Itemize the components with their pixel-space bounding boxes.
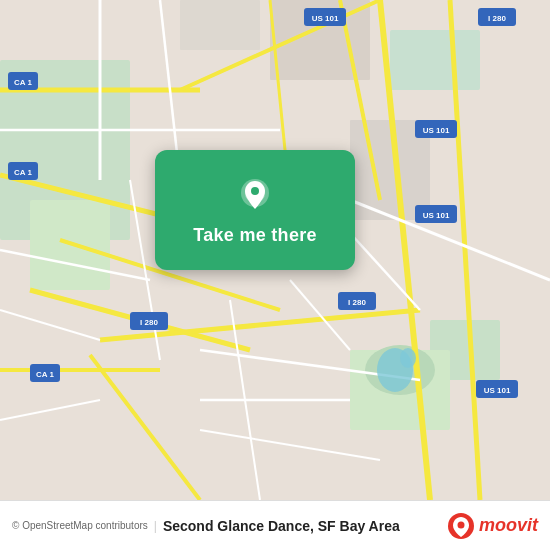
divider: | [154,519,157,533]
location-pin-icon [235,175,275,215]
info-bar: © OpenStreetMap contributors | Second Gl… [0,500,550,550]
svg-point-62 [457,521,464,528]
svg-text:CA 1: CA 1 [14,78,32,87]
svg-text:US 101: US 101 [484,386,511,395]
place-name: Second Glance Dance, SF Bay Area [163,518,400,534]
map-container[interactable]: US 101 I 280 CA 1 CA 1 US 101 US 101 I 2… [0,0,550,500]
svg-rect-3 [390,30,480,90]
moovit-logo: moovit [447,512,538,540]
svg-text:CA 1: CA 1 [14,168,32,177]
svg-text:CA 1: CA 1 [36,370,54,379]
svg-point-57 [400,348,416,368]
svg-text:US 101: US 101 [312,14,339,23]
svg-text:US 101: US 101 [423,211,450,220]
svg-text:US 101: US 101 [423,126,450,135]
svg-text:I 280: I 280 [348,298,366,307]
svg-point-60 [251,187,259,195]
copyright-text: © OpenStreetMap contributors [12,520,148,531]
svg-text:I 280: I 280 [140,318,158,327]
svg-text:I 280: I 280 [488,14,506,23]
svg-rect-8 [180,0,260,50]
moovit-brand-icon [447,512,475,540]
info-left: © OpenStreetMap contributors | Second Gl… [12,518,400,534]
take-me-there-button[interactable]: Take me there [193,225,317,246]
moovit-label: moovit [479,515,538,536]
action-card: Take me there [155,150,355,270]
